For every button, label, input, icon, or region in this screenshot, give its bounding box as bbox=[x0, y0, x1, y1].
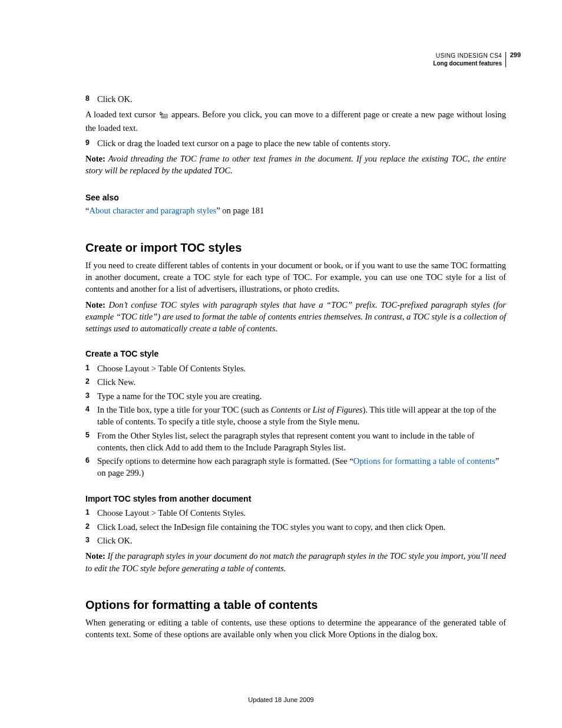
create-step-5: 5 From the Other Styles list, select the… bbox=[85, 430, 506, 454]
step-number: 5 bbox=[85, 430, 97, 454]
see-also-heading: See also bbox=[85, 192, 506, 204]
import-step-3: 3 Click OK. bbox=[85, 535, 506, 546]
step-text: Click Load, select the InDesign file con… bbox=[97, 521, 506, 533]
step-number: 9 bbox=[85, 137, 97, 149]
create-step-2: 2 Click New. bbox=[85, 376, 506, 388]
link-character-paragraph-styles[interactable]: About character and paragraph styles bbox=[89, 206, 216, 215]
loaded-cursor-para: A loaded text cursor appears. Before you… bbox=[85, 108, 506, 134]
running-header: USING INDESIGN CS4 Long document feature… bbox=[433, 52, 506, 67]
step-text: Click or drag the loaded text cursor on … bbox=[97, 137, 506, 149]
header-product: USING INDESIGN CS4 bbox=[433, 52, 502, 60]
step-text: In the Title box, type a title for your … bbox=[97, 404, 506, 428]
step-text: Choose Layout > Table Of Contents Styles… bbox=[97, 507, 506, 519]
text-fragment: A loaded text cursor bbox=[85, 110, 158, 119]
step-number: 1 bbox=[85, 363, 97, 374]
note-label: Note: bbox=[85, 154, 105, 163]
intro-paragraph: If you need to create different tables o… bbox=[85, 259, 506, 295]
step-text: From the Other Styles list, select the p… bbox=[97, 430, 506, 454]
create-step-4: 4 In the Title box, type a title for you… bbox=[85, 404, 506, 428]
page: USING INDESIGN CS4 Long document feature… bbox=[0, 0, 562, 728]
step-number: 2 bbox=[85, 521, 97, 533]
import-step-1: 1 Choose Layout > Table Of Contents Styl… bbox=[85, 507, 506, 519]
italic-list-of-figures: List of Figures bbox=[313, 405, 363, 414]
step-number: 3 bbox=[85, 535, 97, 546]
step-number: 4 bbox=[85, 404, 97, 428]
step-text: Click New. bbox=[97, 376, 506, 388]
note-text: Avoid threading the TOC frame to other t… bbox=[85, 154, 506, 175]
see-also-link-line: “About character and paragraph styles” o… bbox=[85, 205, 506, 216]
create-step-3: 3 Type a name for the TOC style you are … bbox=[85, 390, 506, 402]
step-text: Specify options to determine how each pa… bbox=[97, 455, 506, 479]
step-9: 9 Click or drag the loaded text cursor o… bbox=[85, 137, 506, 149]
note-paragraph-styles-mismatch: Note: If the paragraph styles in your do… bbox=[85, 550, 506, 574]
text-fragment: Specify options to determine how each pa… bbox=[97, 456, 353, 466]
step-text: Type a name for the TOC style you are cr… bbox=[97, 390, 506, 402]
step-number: 1 bbox=[85, 507, 97, 519]
quote-close-pageref: ” on page 181 bbox=[216, 206, 264, 215]
create-step-1: 1 Choose Layout > Table Of Contents Styl… bbox=[85, 363, 506, 374]
text-fragment: or bbox=[301, 405, 312, 414]
note-text: Don’t confuse TOC styles with paragraph … bbox=[85, 300, 506, 334]
options-paragraph: When generating or editing a table of co… bbox=[85, 617, 506, 641]
link-options-formatting-toc[interactable]: Options for formatting a table of conten… bbox=[353, 456, 495, 466]
step-text: Click OK. bbox=[97, 535, 506, 546]
create-step-6: 6 Specify options to determine how each … bbox=[85, 455, 506, 479]
step-number: 8 bbox=[85, 93, 97, 105]
subheading-create-toc-style: Create a TOC style bbox=[85, 348, 506, 360]
text-fragment: In the Title box, type a title for your … bbox=[97, 405, 271, 414]
import-step-2: 2 Click Load, select the InDesign file c… bbox=[85, 521, 506, 533]
body-content: 8 Click OK. A loaded text cursor appears… bbox=[85, 93, 506, 640]
step-text: Choose Layout > Table Of Contents Styles… bbox=[97, 363, 506, 374]
step-number: 2 bbox=[85, 376, 97, 388]
step-text: Click OK. bbox=[97, 93, 506, 105]
note-label: Note: bbox=[85, 300, 105, 309]
header-section: Long document features bbox=[433, 60, 502, 67]
page-number: 299 bbox=[510, 51, 521, 60]
italic-contents: Contents bbox=[271, 405, 302, 414]
note-threading: Note: Avoid threading the TOC frame to o… bbox=[85, 153, 506, 177]
note-text: If the paragraph styles in your document… bbox=[85, 551, 506, 572]
note-toc-confusion: Note: Don’t confuse TOC styles with para… bbox=[85, 299, 506, 335]
step-number: 3 bbox=[85, 390, 97, 402]
step-8: 8 Click OK. bbox=[85, 93, 506, 105]
loaded-text-cursor-icon bbox=[160, 110, 168, 121]
note-label: Note: bbox=[85, 551, 105, 561]
step-number: 6 bbox=[85, 455, 97, 479]
subheading-import-toc-styles: Import TOC styles from another document bbox=[85, 493, 506, 505]
heading-options-formatting-toc: Options for formatting a table of conten… bbox=[85, 597, 506, 613]
heading-create-import-toc-styles: Create or import TOC styles bbox=[85, 239, 506, 256]
footer-updated: Updated 18 June 2009 bbox=[0, 696, 562, 704]
